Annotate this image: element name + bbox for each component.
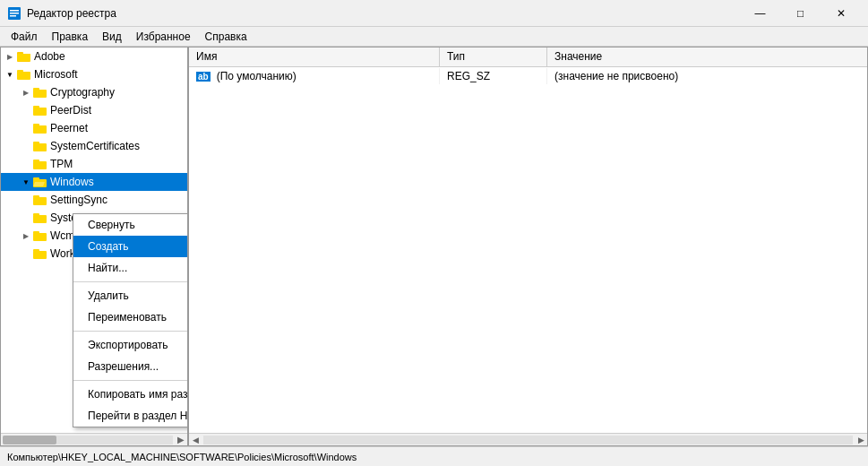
tree-item-tpm[interactable]: ▶ TPM: [1, 155, 187, 173]
svg-rect-29: [33, 249, 39, 252]
context-menu-collapse[interactable]: Свернуть: [73, 214, 189, 236]
menu-bar: Файл Правка Вид Избранное Справка: [0, 27, 868, 47]
folder-icon: [33, 121, 47, 135]
svg-rect-18: [33, 160, 39, 162]
tree-label: Microsoft: [34, 68, 78, 81]
svg-rect-9: [33, 90, 47, 98]
column-headers: Имя Тип Значение: [189, 47, 867, 67]
tree-item-microsoft[interactable]: ▼ Microsoft: [1, 65, 187, 83]
menu-help[interactable]: Справка: [198, 29, 254, 44]
separator: [73, 331, 189, 332]
right-hscroll[interactable]: ◀ ▶: [189, 433, 867, 445]
close-button[interactable]: ✕: [821, 0, 861, 27]
context-menu-copy-name[interactable]: Копировать имя раздела: [73, 384, 189, 405]
tree-item-peernet[interactable]: ▶ Peernet: [1, 119, 187, 137]
context-menu-delete[interactable]: Удалить: [73, 285, 189, 306]
data-name-cell: ab (По умолчанию): [189, 68, 440, 84]
col-name-header: Имя: [189, 47, 440, 66]
tree-panel: ▶ Adobe ▼ Microsoft ▶: [1, 47, 189, 445]
main-container: ▶ Adobe ▼ Microsoft ▶: [0, 47, 868, 446]
minimize-button[interactable]: —: [740, 0, 780, 27]
folder-icon: [33, 157, 47, 171]
data-name-label: (По умолчанию): [217, 70, 296, 82]
tree-label: SettingSync: [50, 194, 107, 206]
svg-rect-2: [10, 13, 19, 14]
tree-item-systemcerts[interactable]: ▶ SystemCertificates: [1, 137, 187, 155]
context-menu-find[interactable]: Найти...: [73, 257, 189, 279]
arrow-icon: ▼: [19, 175, 33, 189]
folder-icon: [17, 49, 31, 64]
context-menu: Свернуть Создать ▶ Найти... Удалить Пере…: [73, 213, 189, 427]
svg-rect-22: [33, 197, 47, 205]
folder-icon: [33, 211, 47, 225]
window-controls: — □ ✕: [740, 0, 861, 27]
tree-label: Cryptography: [50, 86, 115, 99]
separator: [73, 281, 189, 282]
arrow-icon: ▶: [3, 49, 17, 64]
status-text: Компьютер\HKEY_LOCAL_MACHINE\SOFTWARE\Po…: [7, 452, 357, 462]
svg-rect-27: [33, 231, 39, 234]
tree-item-windows[interactable]: ▼ Windows: [1, 173, 187, 191]
folder-icon: [33, 193, 47, 207]
folder-icon: [33, 139, 47, 153]
svg-rect-12: [33, 106, 39, 108]
tree-item-peerdist[interactable]: ▶ PeerDist: [1, 101, 187, 119]
context-menu-rename[interactable]: Переименовать: [73, 306, 189, 328]
context-menu-goto[interactable]: Перейти в раздел HKEY_CURRENT_USER: [73, 405, 189, 427]
title-bar: Редактор реестра — □ ✕: [0, 0, 868, 27]
svg-rect-14: [33, 124, 39, 126]
context-menu-permissions[interactable]: Разрешения...: [73, 356, 189, 377]
svg-rect-24: [33, 215, 47, 223]
svg-rect-26: [33, 233, 47, 241]
tree-hscroll[interactable]: ▶: [1, 433, 187, 445]
svg-rect-28: [33, 251, 47, 259]
svg-rect-16: [33, 142, 39, 144]
menu-favorites[interactable]: Избранное: [129, 29, 198, 44]
title-text: Редактор реестра: [27, 7, 116, 20]
arrow-icon: ▶: [19, 229, 33, 243]
separator: [73, 380, 189, 381]
context-menu-export[interactable]: Экспортировать: [73, 334, 189, 356]
tree-label: SystemCertificates: [50, 140, 140, 152]
table-row[interactable]: ab (По умолчанию) REG_SZ (значение не пр…: [189, 67, 867, 85]
menu-edit[interactable]: Правка: [45, 29, 96, 44]
tree-label: Peernet: [50, 122, 88, 134]
tree-item-settingsync[interactable]: ▶ SettingSync: [1, 191, 187, 209]
reg-type-badge: ab: [196, 72, 211, 82]
tree-item-adobe[interactable]: ▶ Adobe: [1, 47, 187, 65]
menu-view[interactable]: Вид: [95, 29, 129, 44]
svg-rect-11: [33, 108, 47, 116]
folder-icon: [33, 246, 47, 261]
context-menu-create[interactable]: Создать ▶: [73, 236, 189, 257]
folder-icon: [17, 67, 31, 82]
svg-rect-7: [17, 72, 30, 80]
svg-rect-15: [33, 143, 47, 151]
svg-rect-6: [17, 54, 30, 61]
svg-rect-10: [33, 88, 39, 91]
tree-label: TPM: [50, 158, 73, 170]
right-panel: Имя Тип Значение ab (По умолчанию) REG_S…: [189, 47, 867, 445]
tree-item-cryptography[interactable]: ▶ Cryptography: [1, 83, 187, 101]
folder-icon: [33, 85, 47, 99]
svg-rect-17: [33, 161, 47, 169]
app-icon: [7, 6, 21, 21]
maximize-button[interactable]: □: [780, 0, 821, 27]
arrow-icon: ▼: [3, 67, 17, 82]
svg-rect-23: [33, 195, 39, 198]
folder-open-icon: [33, 175, 47, 189]
svg-marker-21: [33, 182, 45, 186]
data-type-cell: REG_SZ: [440, 68, 547, 84]
svg-rect-8: [17, 70, 23, 73]
svg-rect-13: [33, 125, 47, 134]
svg-rect-25: [33, 213, 39, 216]
folder-icon: [33, 229, 47, 243]
data-value-cell: (значение не присвоено): [547, 68, 867, 84]
tree-label: Adobe: [34, 50, 65, 63]
status-bar: Компьютер\HKEY_LOCAL_MACHINE\SOFTWARE\Po…: [0, 446, 868, 466]
svg-rect-1: [10, 10, 19, 12]
folder-icon: [33, 103, 47, 117]
col-type-header: Тип: [440, 47, 547, 66]
tree-label: Windows: [50, 176, 94, 188]
menu-file[interactable]: Файл: [4, 29, 45, 44]
tree-label: PeerDist: [50, 104, 91, 116]
